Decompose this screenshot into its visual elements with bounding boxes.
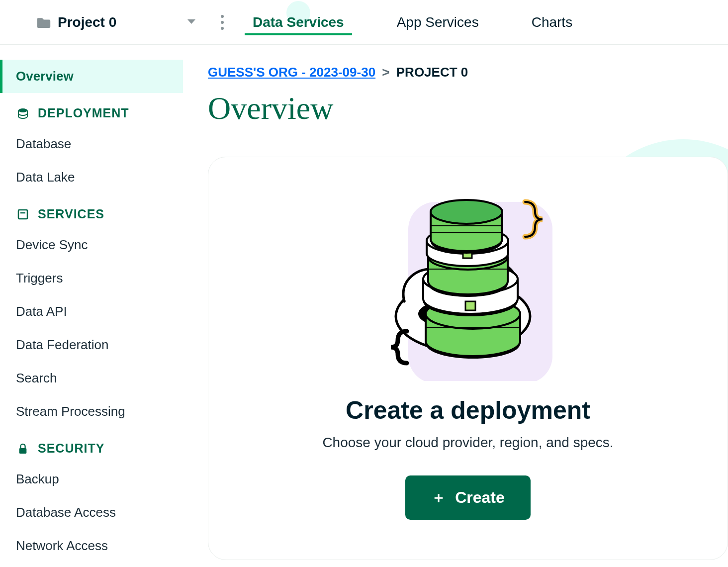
sidebar-item-label: Database (16, 136, 71, 151)
create-button-label: Create (455, 488, 505, 507)
sidebar-item-label: Search (16, 371, 57, 385)
content: GUESS'S ORG - 2023-09-30 > PROJECT 0 Ove… (183, 45, 728, 567)
sidebar: Overview DEPLOYMENT Database Data Lake S… (0, 45, 183, 567)
breadcrumb: GUESS'S ORG - 2023-09-30 > PROJECT 0 (208, 65, 728, 80)
sidebar-item-data-lake[interactable]: Data Lake (0, 161, 183, 194)
lock-icon (16, 442, 30, 456)
sidebar-heading-services: SERVICES (0, 194, 183, 228)
database-stack-icon (16, 106, 30, 120)
sidebar-item-stream-processing[interactable]: Stream Processing (0, 395, 183, 428)
sidebar-item-triggers[interactable]: Triggers (0, 262, 183, 295)
svg-point-0 (18, 108, 27, 112)
tab-label: App Services (397, 14, 479, 30)
sidebar-item-database[interactable]: Database (0, 127, 183, 161)
sidebar-item-label: Data API (16, 304, 67, 319)
sidebar-heading-label: DEPLOYMENT (38, 106, 129, 120)
deployment-card: Create a deployment Choose your cloud pr… (208, 157, 728, 560)
svg-rect-1 (18, 210, 27, 219)
breadcrumb-org-link[interactable]: GUESS'S ORG - 2023-09-30 (208, 65, 375, 80)
sidebar-item-label: Data Federation (16, 337, 108, 352)
tab-label: Data Services (253, 14, 344, 30)
folder-icon (37, 17, 51, 28)
breadcrumb-separator: > (382, 65, 389, 80)
sidebar-item-network-access[interactable]: Network Access (0, 529, 183, 563)
tab-charts[interactable]: Charts (528, 0, 576, 44)
sidebar-item-data-api[interactable]: Data API (0, 295, 183, 328)
sidebar-item-search[interactable]: Search (0, 362, 183, 395)
sidebar-item-device-sync[interactable]: Device Sync (0, 228, 183, 262)
sidebar-item-label: Database Access (16, 505, 116, 520)
sidebar-item-label: Data Lake (16, 170, 75, 185)
svg-rect-3 (19, 448, 27, 454)
project-selector[interactable]: Project 0 (37, 14, 196, 30)
sidebar-heading-label: SERVICES (38, 207, 104, 221)
sidebar-heading-deployment: DEPLOYMENT (0, 93, 183, 127)
sidebar-item-data-federation[interactable]: Data Federation (0, 328, 183, 362)
tab-app-services[interactable]: App Services (393, 0, 483, 44)
sidebar-item-label: Triggers (16, 271, 63, 285)
sidebar-item-label: Backup (16, 472, 59, 486)
paper-icon (16, 207, 30, 221)
top-header: Project 0 Data Services App Services Cha… (0, 0, 728, 45)
page-title: Overview (208, 90, 728, 127)
deployment-illustration (381, 187, 555, 381)
plus-icon: ＋ (431, 487, 446, 508)
create-button[interactable]: ＋ Create (405, 475, 531, 520)
sidebar-item-label: Overview (16, 69, 74, 84)
sidebar-item-overview[interactable]: Overview (0, 60, 183, 93)
header-tabs: Data Services App Services Charts (249, 0, 576, 44)
sidebar-item-label: Device Sync (16, 237, 88, 252)
more-menu-button[interactable] (221, 15, 224, 30)
sidebar-item-label: Network Access (16, 538, 108, 553)
chevron-down-icon (187, 18, 196, 27)
card-subtext: Choose your cloud provider, region, and … (322, 435, 613, 451)
sidebar-item-database-access[interactable]: Database Access (0, 496, 183, 529)
card-heading: Create a deployment (346, 396, 590, 425)
project-name-label: Project 0 (58, 14, 187, 30)
svg-point-26 (431, 200, 502, 224)
sidebar-heading-security: SECURITY (0, 428, 183, 463)
svg-rect-19 (465, 301, 475, 310)
tab-data-services[interactable]: Data Services (249, 0, 348, 44)
tab-label: Charts (532, 14, 572, 30)
main-body: Overview DEPLOYMENT Database Data Lake S… (0, 45, 728, 567)
sidebar-item-backup[interactable]: Backup (0, 463, 183, 496)
breadcrumb-current: PROJECT 0 (396, 65, 468, 80)
sidebar-item-label: Stream Processing (16, 404, 125, 419)
sidebar-heading-label: SECURITY (38, 441, 104, 456)
